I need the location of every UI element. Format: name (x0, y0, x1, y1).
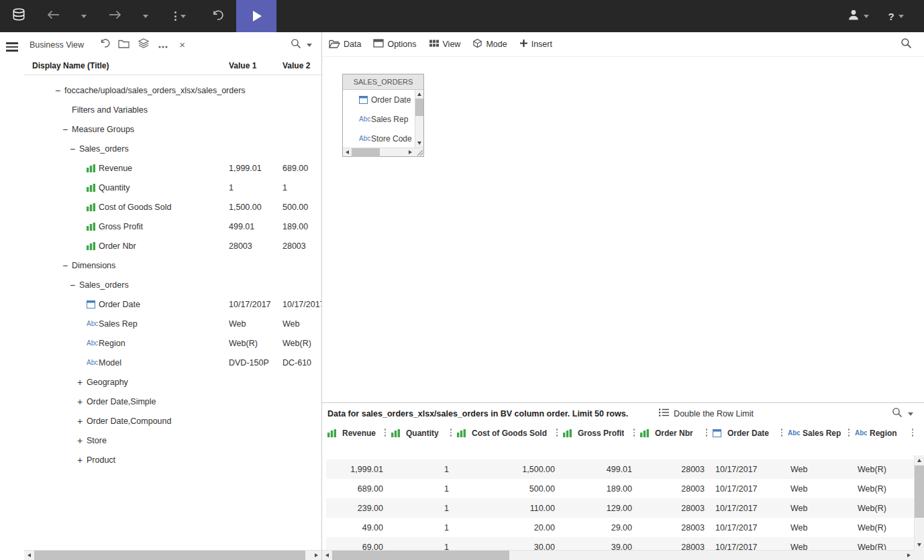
table-column-header[interactable]: Order Nbr (639, 424, 711, 442)
run-options-menu[interactable] (161, 0, 199, 32)
field-panel-title[interactable]: SALES_ORDERS (343, 74, 423, 90)
data-search-options-caret[interactable] (908, 412, 913, 418)
scroll-up-arrow[interactable] (915, 455, 924, 465)
scrollbar-thumb[interactable] (352, 148, 380, 157)
resize-grip-icon[interactable] (415, 148, 423, 156)
forward-button[interactable] (99, 0, 130, 32)
scroll-right-arrow[interactable] (904, 551, 914, 560)
tree-toggle[interactable]: − (70, 280, 79, 290)
user-menu[interactable] (839, 0, 877, 32)
tree-item[interactable]: Order Nbr 28003 28003 (24, 236, 321, 256)
scroll-left-arrow[interactable] (322, 551, 332, 560)
tree-item[interactable]: − Dimensions (24, 256, 321, 275)
tree-toggle[interactable]: + (77, 455, 87, 465)
scroll-right-arrow[interactable] (311, 551, 321, 560)
menu-insert[interactable]: Insert (519, 39, 552, 50)
tree-item[interactable]: − Sales_orders (24, 275, 321, 294)
tree-toggle[interactable]: + (77, 436, 87, 445)
table-column-header[interactable]: Order Date (711, 424, 786, 442)
tree-item[interactable]: Abc Region Web(R) Web(R) (24, 333, 321, 353)
help-menu[interactable]: ? (877, 0, 915, 32)
tree-item[interactable]: + Store (24, 431, 321, 450)
scrollbar-thumb[interactable] (915, 465, 924, 518)
tree-item[interactable]: Gross Profit 499.01 189.00 (24, 217, 321, 236)
tree-item[interactable]: Order Date 10/17/2017 10/17/2017 (24, 294, 321, 314)
table-column-header[interactable]: Cost of Goods Sold (456, 424, 562, 442)
field-panel-horizontal-scrollbar[interactable] (343, 148, 423, 156)
column-menu-icon[interactable] (556, 429, 558, 437)
tree-item[interactable]: Abc Sales Rep Web Web (24, 314, 321, 333)
column-menu-icon[interactable] (384, 429, 387, 437)
tree-item[interactable]: + Geography (24, 372, 321, 392)
data-search-button[interactable] (887, 405, 907, 423)
menu-data[interactable]: Data (329, 39, 361, 50)
app-logo[interactable] (0, 0, 38, 32)
tree-item[interactable]: − Measure Groups (24, 119, 321, 139)
tree-item[interactable]: − Sales_orders (24, 139, 321, 158)
tree-item[interactable]: Filters and Variables (24, 100, 321, 119)
back-button[interactable] (38, 0, 68, 32)
field-item[interactable]: Abc Store Code (343, 129, 415, 148)
column-menu-icon[interactable] (633, 429, 635, 437)
double-row-limit-button[interactable]: Double the Row Limit (659, 408, 754, 418)
tree-toggle[interactable]: + (77, 416, 87, 426)
data-grid-vertical-scrollbar[interactable] (914, 455, 924, 550)
layers-button[interactable] (134, 36, 153, 54)
scroll-up-arrow[interactable] (415, 90, 424, 99)
field-item[interactable]: Abc Sales Rep (343, 109, 415, 129)
tree-item[interactable]: − foccache/upload/sales_orders_xlsx/sale… (24, 80, 321, 100)
more-options-button[interactable] (153, 36, 172, 54)
tree-toggle[interactable]: + (77, 397, 87, 406)
data-grid-horizontal-scrollbar[interactable] (322, 550, 914, 560)
tree-item[interactable]: + Order Date,Simple (24, 392, 321, 411)
scroll-left-arrow[interactable] (24, 551, 34, 560)
menu-view[interactable]: View (429, 39, 461, 50)
tree-item[interactable]: Revenue 1,999.01 689.00 (24, 158, 321, 178)
tree-item[interactable]: Cost of Goods Sold 1,500.00 500.00 (24, 197, 321, 217)
field-panel-vertical-scrollbar[interactable] (415, 90, 423, 148)
search-options-caret[interactable] (307, 44, 312, 50)
tree-item[interactable]: Abc Model DVD-150P DC-610 (24, 353, 321, 372)
tree-item[interactable]: Quantity 1 1 (24, 178, 321, 197)
tree-item[interactable]: + Order Date,Compound (24, 411, 321, 431)
forward-history-caret[interactable] (130, 0, 161, 32)
scroll-left-arrow[interactable] (343, 148, 352, 157)
reset-button[interactable] (199, 0, 236, 32)
folder-button[interactable] (114, 36, 134, 54)
scroll-down-arrow[interactable] (915, 540, 924, 550)
column-menu-icon[interactable] (912, 429, 914, 437)
tree-item[interactable]: + Product (24, 450, 321, 469)
undo-button[interactable] (95, 36, 114, 54)
table-row[interactable]: 239.001110.00129.002800310/17/2017WebWeb… (326, 498, 924, 518)
table-column-header[interactable]: Abc Region (854, 424, 917, 442)
table-row[interactable]: 1,999.0111,500.00499.012800310/17/2017We… (326, 459, 924, 479)
table-column-header[interactable]: Abc Sales Rep (786, 424, 854, 442)
menu-mode[interactable]: Mode (472, 38, 507, 50)
design-canvas[interactable]: SALES_ORDERS Order Date Abc Sales Rep Ab… (322, 57, 924, 402)
table-column-header[interactable]: Quantity (390, 424, 456, 442)
tree-toggle[interactable]: − (70, 144, 79, 154)
bv-horizontal-scrollbar[interactable] (24, 550, 321, 560)
column-menu-icon[interactable] (706, 429, 708, 437)
menu-options[interactable]: Options (373, 39, 416, 50)
menu-toggle-button[interactable] (6, 42, 18, 52)
table-column-header[interactable]: Gross Profit (562, 424, 639, 442)
table-column-header[interactable]: Revenue (326, 424, 390, 442)
close-panel-button[interactable]: × (172, 36, 192, 54)
column-menu-icon[interactable] (781, 429, 783, 437)
scroll-down-arrow[interactable] (415, 139, 424, 148)
canvas-search-button[interactable] (896, 36, 916, 53)
column-menu-icon[interactable] (848, 429, 850, 437)
field-item[interactable]: Order Date (343, 90, 415, 109)
scrollbar-thumb[interactable] (332, 551, 509, 560)
table-field-panel[interactable]: SALES_ORDERS Order Date Abc Sales Rep Ab… (342, 74, 424, 157)
table-row[interactable]: 69.00130.0039.002800310/17/2017WebWeb(R) (326, 537, 924, 550)
bv-search-button[interactable] (286, 36, 305, 54)
scrollbar-thumb[interactable] (415, 99, 424, 116)
tree-toggle[interactable]: − (62, 125, 72, 134)
run-button[interactable] (236, 0, 276, 32)
tree-toggle[interactable]: + (77, 378, 87, 387)
tree-toggle[interactable]: − (55, 86, 64, 95)
scroll-right-arrow[interactable] (406, 148, 415, 157)
table-row[interactable]: 689.001500.00189.002800310/17/2017WebWeb… (326, 479, 924, 498)
